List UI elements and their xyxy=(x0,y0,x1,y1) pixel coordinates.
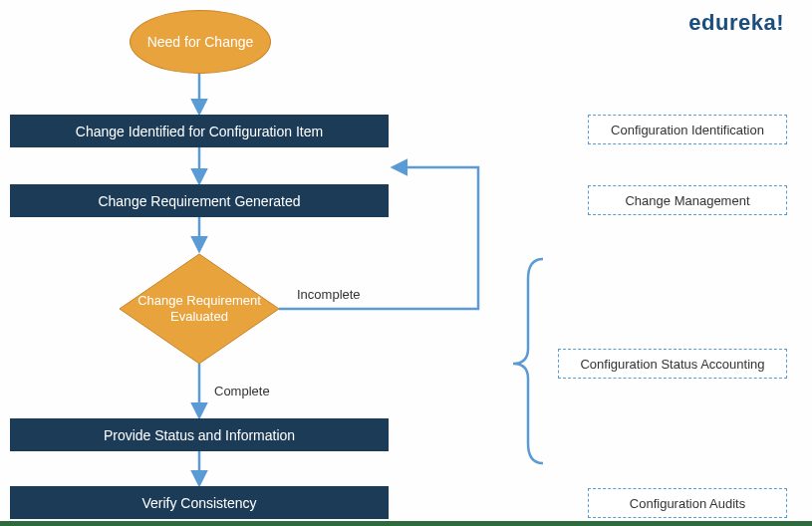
edge-text: Complete xyxy=(214,384,270,398)
side-label-text: Change Management xyxy=(625,193,749,208)
start-node: Need for Change xyxy=(130,10,271,74)
step-change-identified: Change Identified for Configuration Item xyxy=(10,115,389,147)
side-configuration-status-accounting: Configuration Status Accounting xyxy=(558,349,787,379)
decision-node: Change Requirement Evaluated xyxy=(120,254,279,364)
step-label: Verify Consistency xyxy=(141,495,256,511)
edge-incomplete-label: Incomplete xyxy=(297,287,361,302)
side-configuration-audits: Configuration Audits xyxy=(588,488,787,518)
step-verify-consistency: Verify Consistency xyxy=(10,486,389,519)
edge-text: Incomplete xyxy=(297,287,361,302)
start-node-label: Need for Change xyxy=(147,34,254,50)
edge-complete-label: Complete xyxy=(214,384,270,398)
side-label-text: Configuration Audits xyxy=(630,496,745,511)
decision-label: Change Requirement Evaluated xyxy=(120,254,279,364)
side-configuration-identification: Configuration Identification xyxy=(588,115,787,144)
decision-text: Change Requirement Evaluated xyxy=(120,293,279,324)
step-change-requirement-generated: Change Requirement Generated xyxy=(10,184,389,217)
side-label-text: Configuration Identification xyxy=(611,123,764,137)
bottom-accent-bar xyxy=(0,521,812,526)
step-label: Change Requirement Generated xyxy=(98,193,300,209)
step-label: Provide Status and Information xyxy=(104,427,295,443)
step-label: Change Identified for Configuration Item xyxy=(76,124,323,139)
step-provide-status: Provide Status and Information xyxy=(10,418,389,451)
side-change-management: Change Management xyxy=(588,185,787,215)
side-label-text: Configuration Status Accounting xyxy=(580,357,764,372)
